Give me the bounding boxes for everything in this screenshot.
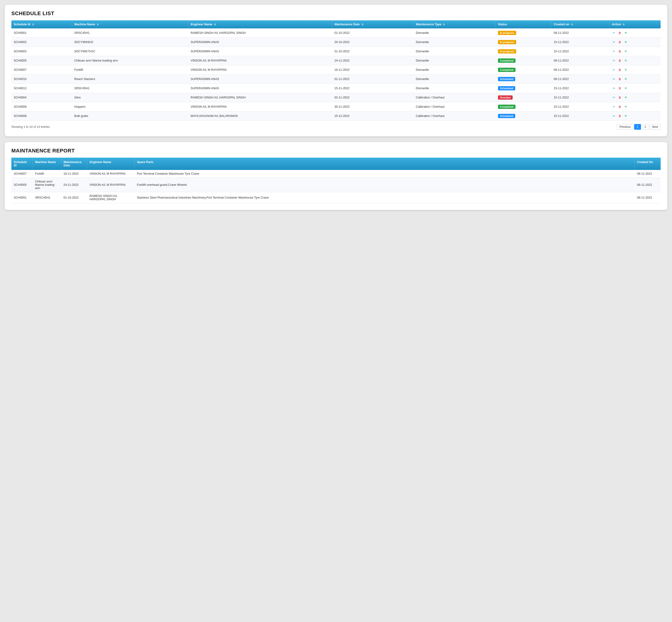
cell-report-engineer-name: VINSON A/L M RAYAPPAN	[87, 178, 134, 192]
sort-icon: ⇅	[623, 24, 625, 26]
report-table-row: SCH0007 Forklift 16-11-2022 VINSON A/L M…	[11, 170, 661, 178]
cell-action: ✏ 🗑 👁	[609, 75, 661, 84]
showing-entries: Showing 1 to 10 of 13 entries	[11, 125, 50, 129]
cell-schedule-id: SCH0002	[11, 38, 72, 47]
cell-created-on: 08-11-2022	[551, 75, 609, 84]
cell-engineer-name: RAMESH SINGH A/L HARGOPAL SINGH	[188, 28, 332, 38]
delete-icon[interactable]: 🗑	[617, 40, 622, 44]
cell-report-created-on: 08-11-2022	[635, 170, 661, 178]
next-button[interactable]: Next	[649, 124, 661, 130]
edit-icon[interactable]: ✏	[612, 77, 616, 81]
cell-machine-name: SDCY90K6H2	[72, 38, 188, 47]
edit-icon[interactable]: ✏	[612, 31, 616, 35]
report-table-row: SCH0001 SRSC45H1 01-10-2022 RAMESH SINGH…	[11, 192, 661, 203]
cell-created-on: 15-11-2022	[551, 93, 609, 102]
view-icon[interactable]: 👁	[624, 114, 628, 118]
view-icon[interactable]: 👁	[624, 86, 628, 91]
cell-schedule-id: SCH0004	[11, 93, 72, 102]
cell-schedule-id: SCH0008	[11, 111, 72, 121]
table-row: SCH0003 SDCY90K7H1C SUPERADMIN ANAS 31-1…	[11, 47, 661, 56]
view-icon[interactable]: 👁	[624, 31, 628, 35]
edit-icon[interactable]: ✏	[612, 104, 616, 109]
cell-action: ✏ 🗑 👁	[609, 65, 661, 75]
maintenance-report-title: MAINTANENCE REPORT	[11, 148, 661, 154]
cell-maintenance-date: 15-12-2022	[332, 111, 413, 121]
col-maintenance-type: Maintenance Type ⇅	[413, 20, 496, 28]
cell-maintenance-date: 16-11-2022	[332, 65, 413, 75]
cell-engineer-name: VINSON A/L M RAYAPPAN	[188, 65, 332, 75]
cell-report-spare-parts: Port Terminal Container Warehouse Tyre C…	[134, 170, 635, 178]
status-badge: Scheduled	[498, 86, 515, 91]
delete-icon[interactable]: 🗑	[617, 114, 622, 118]
maintenance-report-table: Schedule ID Machine Name Maintenance Dat…	[11, 158, 661, 203]
edit-icon[interactable]: ✏	[612, 40, 616, 44]
edit-icon[interactable]: ✏	[612, 67, 616, 72]
cell-status: In progress	[496, 47, 551, 56]
page-1-button[interactable]: 1	[634, 124, 641, 130]
table-row: SCH0008 Bulk grabs MAYILVAGANAM A/L BALA…	[11, 111, 661, 121]
report-col-maintenance-date: Maintenance Date	[61, 158, 87, 170]
edit-icon[interactable]: ✏	[612, 95, 616, 100]
status-badge: Overdue	[498, 95, 513, 100]
sort-icon: ⇅	[32, 24, 34, 26]
cell-created-on: 08-11-2022	[551, 56, 609, 65]
col-action: Action ⇅	[609, 20, 661, 28]
cell-report-engineer-name: RAMESH SINGH A/L HARGOPAL SINGH	[87, 192, 134, 203]
status-badge: Completed	[498, 59, 516, 63]
cell-schedule-id: SCH0012	[11, 84, 72, 93]
edit-icon[interactable]: ✏	[612, 114, 616, 118]
cell-maintenance-type: Dismantle	[413, 75, 496, 84]
cell-machine-name: SRSC45H1	[72, 28, 188, 38]
edit-icon[interactable]: ✏	[612, 49, 616, 54]
edit-icon[interactable]: ✏	[612, 86, 616, 91]
cell-engineer-name: SUPERADMIN ANAS	[188, 84, 332, 93]
view-icon[interactable]: 👁	[624, 49, 628, 54]
status-badge: In progress	[498, 40, 516, 44]
view-icon[interactable]: 👁	[624, 67, 628, 72]
report-table-header: Schedule ID Machine Name Maintenance Dat…	[11, 158, 661, 170]
table-row: SCH0001 SRSC45H1 RAMESH SINGH A/L HARGOP…	[11, 28, 661, 38]
cell-machine-name: Chiksan arm/ Marine loading arm	[72, 56, 188, 65]
table-row: SCH0004 Silos RAMESH SINGH A/L HARGOPAL …	[11, 93, 661, 102]
view-icon[interactable]: 👁	[624, 104, 628, 109]
status-badge: Completed	[498, 105, 516, 109]
cell-created-on: 15-11-2022	[551, 102, 609, 111]
cell-machine-name: SDCY90K7H1C	[72, 47, 188, 56]
view-icon[interactable]: 👁	[624, 58, 628, 63]
cell-action: ✏ 🗑 👁	[609, 47, 661, 56]
cell-status: Completed	[496, 102, 551, 111]
delete-icon[interactable]: 🗑	[617, 31, 622, 35]
previous-button[interactable]: Previous	[617, 124, 633, 130]
pagination-row: Showing 1 to 10 of 13 entries Previous 1…	[11, 124, 661, 130]
delete-icon[interactable]: 🗑	[617, 77, 622, 81]
schedule-list-card: SCHEDULE LIST Schedule Id ⇅ Machine Name…	[5, 5, 667, 136]
view-icon[interactable]: 👁	[624, 77, 628, 81]
cell-maintenance-type: Calibration / Overhaul	[413, 111, 496, 121]
delete-icon[interactable]: 🗑	[617, 67, 622, 72]
edit-icon[interactable]: ✏	[612, 58, 616, 63]
report-col-schedule-id: Schedule ID	[11, 158, 33, 170]
cell-status: Scheduled	[496, 84, 551, 93]
delete-icon[interactable]: 🗑	[617, 86, 622, 91]
delete-icon[interactable]: 🗑	[617, 95, 622, 100]
sort-icon: ⇅	[362, 24, 364, 26]
view-icon[interactable]: 👁	[624, 40, 628, 44]
cell-maintenance-date: 15-11-2022	[332, 84, 413, 93]
cell-created-on: 08-11-2022	[551, 65, 609, 75]
delete-icon[interactable]: 🗑	[617, 49, 622, 54]
cell-status: Scheduled	[496, 111, 551, 121]
status-badge: In progress	[498, 49, 516, 54]
table-row: SCH0002 SDCY90K6H2 SUPERADMIN ANAS 20-10…	[11, 38, 661, 47]
table-row: SCH0010 Reach Stackers SUPERADMIN ANAS 0…	[11, 75, 661, 84]
delete-icon[interactable]: 🗑	[617, 58, 622, 63]
page-2-button[interactable]: 2	[642, 124, 649, 130]
cell-created-on: 15-11-2022	[551, 38, 609, 47]
cell-report-maintenance-date: 16-11-2022	[61, 170, 87, 178]
cell-action: ✏ 🗑 👁	[609, 102, 661, 111]
delete-icon[interactable]: 🗑	[617, 104, 622, 109]
cell-maintenance-type: Dismantle	[413, 65, 496, 75]
view-icon[interactable]: 👁	[624, 95, 628, 100]
cell-maintenance-date: 30-11-2022	[332, 102, 413, 111]
col-status: Status	[496, 20, 551, 28]
cell-engineer-name: SUPERADMIN ANAS	[188, 75, 332, 84]
